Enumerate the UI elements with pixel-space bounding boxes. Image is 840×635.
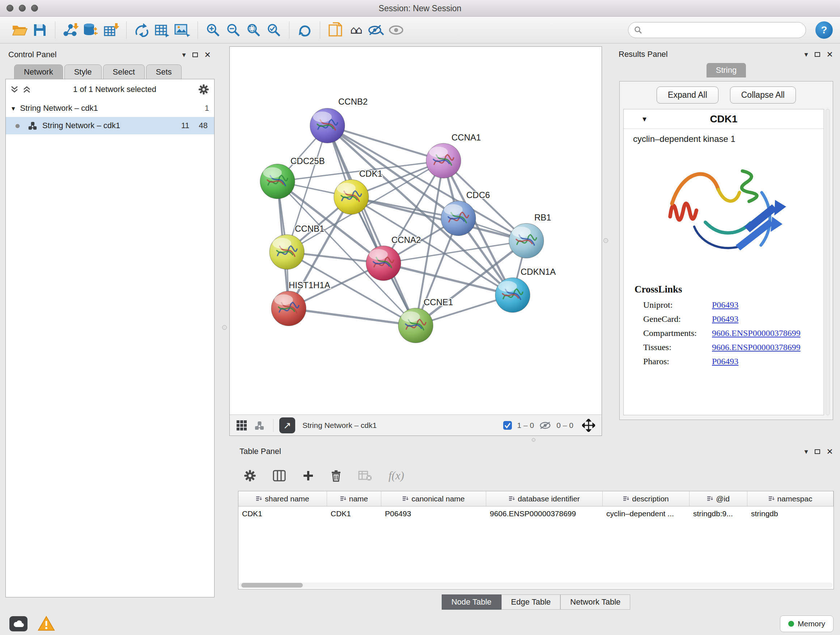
zoom-selected-icon[interactable]	[264, 20, 284, 40]
network-canvas-svg[interactable]: CCNB2CCNA1CDC25BCDK1CDC6RB1CCNB1CCNA2CDK…	[230, 47, 602, 415]
network-edge[interactable]	[327, 126, 444, 161]
open-in-window-icon[interactable]: ↗	[279, 417, 295, 433]
refresh-icon[interactable]	[294, 20, 315, 40]
panel-collapse-icon[interactable]: ▾	[805, 50, 808, 59]
crosslink-value-link[interactable]: 9606.ENSP00000378699	[712, 328, 801, 338]
section-collapse-icon[interactable]: ▾	[643, 114, 646, 124]
open-session-icon[interactable]	[9, 20, 30, 40]
network-node-hist1h1a[interactable]: HIST1H1A	[271, 280, 330, 326]
scrollbar-thumb[interactable]	[241, 583, 303, 587]
column-header-shared-name[interactable]: shared name	[238, 491, 327, 506]
column-header-name[interactable]: name	[327, 491, 381, 506]
tab-sets[interactable]: Sets	[146, 65, 182, 79]
left-splitter-handle[interactable]	[222, 325, 227, 330]
tab-node-table[interactable]: Node Table	[442, 594, 501, 610]
copy-document-icon[interactable]	[325, 20, 346, 40]
expand-all-button[interactable]: Expand All	[657, 87, 718, 103]
network-overview-icon[interactable]: ⌂⌂	[346, 20, 366, 40]
memory-button[interactable]: Memory	[780, 616, 834, 632]
table-settings-gear-icon[interactable]	[244, 470, 256, 482]
node-section-header[interactable]: ▾ CDK1	[624, 109, 824, 129]
zoom-out-icon[interactable]	[223, 20, 243, 40]
panel-float-icon[interactable]	[815, 52, 820, 57]
import-network-file-icon[interactable]	[60, 20, 81, 40]
node-name-title: CDK1	[710, 113, 737, 125]
search-field[interactable]	[628, 22, 806, 38]
save-session-icon[interactable]	[30, 20, 50, 40]
tree-expand-icon[interactable]: ▾	[11, 104, 15, 112]
import-network-database-icon[interactable]	[81, 20, 101, 40]
table-cell[interactable]: P06493	[381, 507, 486, 522]
delete-column-icon[interactable]	[331, 470, 341, 482]
panel-close-icon[interactable]: ✕	[827, 50, 833, 59]
zoom-in-icon[interactable]	[203, 20, 223, 40]
crosslink-value-link[interactable]: 9606.ENSP00000378699	[712, 342, 801, 352]
bottom-splitter-handle[interactable]	[532, 438, 535, 442]
new-table-icon[interactable]	[152, 20, 172, 40]
panel-close-icon[interactable]: ✕	[827, 447, 833, 456]
column-header-namespac[interactable]: namespac	[747, 491, 834, 506]
panel-collapse-icon[interactable]: ▾	[182, 50, 186, 59]
tab-select[interactable]: Select	[103, 65, 145, 79]
warning-icon	[38, 616, 55, 631]
network-node-rb1[interactable]: RB1	[509, 212, 551, 258]
show-columns-icon[interactable]	[273, 470, 286, 481]
grid-view-icon[interactable]	[236, 420, 247, 431]
network-thumbnail-icon[interactable]	[254, 421, 264, 430]
show-eye-icon[interactable]	[386, 20, 406, 40]
expand-all-icon[interactable]	[10, 86, 19, 93]
tab-network-table[interactable]: Network Table	[561, 594, 630, 610]
table-horizontal-scrollbar[interactable]	[239, 583, 833, 588]
crosslinks-list: Uniprot:P06493GeneCard:P06493Compartment…	[624, 298, 824, 369]
graphics-details-icon[interactable]	[366, 20, 386, 40]
column-header-canonical-name[interactable]: canonical name	[381, 491, 486, 506]
table-data-row[interactable]: CDK1CDK1P064939606.ENSP00000378699cyclin…	[238, 507, 834, 522]
warning-button[interactable]	[38, 616, 55, 633]
network-edge[interactable]	[289, 309, 416, 325]
panel-collapse-icon[interactable]: ▾	[805, 447, 808, 456]
network-collection-row[interactable]: ▾ String Network – cdk1 1	[6, 100, 214, 117]
network-node-cdk1[interactable]: CDK1	[334, 169, 382, 214]
table-cell[interactable]: stringdb:9...	[690, 507, 747, 522]
help-icon[interactable]: ?	[815, 21, 833, 39]
results-panel-header: Results Panel ▾ ✕	[615, 46, 837, 62]
zoom-fit-icon[interactable]	[243, 20, 264, 40]
tab-network[interactable]: Network	[14, 65, 63, 79]
table-cell[interactable]: cyclin–dependent ...	[603, 507, 690, 522]
network-node-ccnb1[interactable]: CCNB1	[270, 224, 324, 269]
crosslink-value-link[interactable]: P06493	[712, 356, 738, 366]
tab-style[interactable]: Style	[65, 65, 102, 79]
panel-float-icon[interactable]	[193, 52, 198, 57]
table-cell[interactable]: CDK1	[327, 507, 381, 522]
new-network-icon[interactable]	[132, 20, 152, 40]
gear-icon[interactable]	[198, 84, 209, 95]
export-image-icon[interactable]	[172, 20, 193, 40]
import-table-file-icon[interactable]	[101, 20, 121, 40]
crosslink-value-link[interactable]: P06493	[712, 300, 738, 310]
collapse-all-button[interactable]: Collapse All	[730, 87, 796, 103]
cloud-status-button[interactable]	[9, 616, 27, 631]
panel-float-icon[interactable]	[815, 449, 820, 454]
tab-edge-table[interactable]: Edge Table	[501, 594, 561, 610]
table-cell[interactable]: stringdb	[747, 507, 834, 522]
crosslink-value-link[interactable]: P06493	[712, 314, 738, 324]
column-header-database-identifier[interactable]: database identifier	[486, 491, 603, 506]
search-input[interactable]	[646, 25, 800, 35]
table-cell[interactable]: CDK1	[238, 507, 327, 522]
panel-close-icon[interactable]: ✕	[204, 50, 211, 59]
network-node-cdkn1a[interactable]: CDKN1A	[495, 267, 556, 312]
results-scrollbar[interactable]	[826, 109, 830, 415]
add-column-icon[interactable]	[302, 470, 314, 481]
collapse-all-icon[interactable]	[22, 86, 31, 93]
right-splitter-handle[interactable]	[603, 238, 608, 243]
selected-count-label: 1 – 0	[517, 421, 534, 430]
string-tab[interactable]: String	[706, 63, 746, 78]
column-header--id[interactable]: @id	[690, 491, 747, 506]
selected-checkbox-icon[interactable]	[503, 421, 512, 430]
network-node-ccna1[interactable]: CCNA1	[426, 133, 481, 178]
hidden-eye-icon[interactable]	[539, 421, 551, 430]
move-crosshair-icon[interactable]	[582, 419, 595, 432]
network-row-selected[interactable]: ● String Network – cdk1 11 48	[6, 117, 214, 134]
column-header-description[interactable]: description	[603, 491, 690, 506]
table-cell[interactable]: 9606.ENSP00000378699	[486, 507, 603, 522]
